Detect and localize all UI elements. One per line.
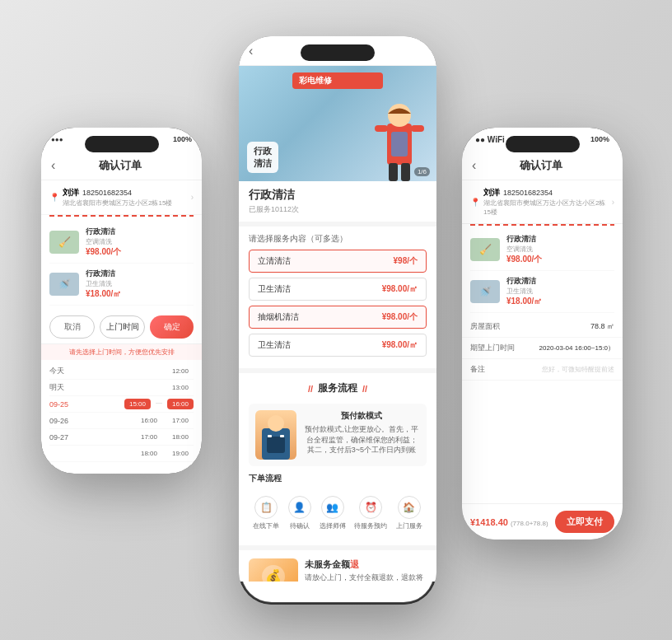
svg-rect-9 (267, 437, 285, 453)
service-name-2-left: 行政清洁 (86, 269, 194, 279)
user-name-left: 刘洋 (63, 187, 79, 199)
phone-center: ●●● 100% ‹ 行政清洁 行政清洁 彩电维修 (239, 36, 436, 605)
center-content: ‹ 行政清洁 行政清洁 彩电维修 (239, 36, 436, 582)
payment-text: 预付款模式,让您更放心。首先，平台全程监管，确保维保您的利益；其二，支付后3~5… (303, 424, 420, 455)
status-bar-right: ●● WiFi 100% (462, 128, 623, 151)
service-item-1-left: 🧹 行政清洁 空调清洗 ¥98.00/个 (49, 222, 194, 264)
refund-text: 请放心上门，支付全额退款，退款将在3~5个工作日内到账 (305, 572, 427, 582)
process-section: 服务流程 预付款模式 预付款模 (239, 373, 436, 545)
arrow-icon-left: › (191, 193, 194, 202)
service-sub-2-left: 卫生清洗 (86, 279, 194, 288)
service-thumb-1-left: 🧹 (49, 231, 79, 254)
svg-point-8 (268, 415, 284, 432)
service-price-1-left: ¥98.00/个 (86, 246, 194, 258)
field-time-label: 期望上门时间 (470, 343, 515, 353)
service-items-right: 🧹 行政清洁 空调清洗 ¥98.00/个 🚿 行政清洁 卫生清洗 (462, 226, 623, 316)
service-sub-1-left: 空调清洗 (86, 237, 194, 246)
nav-bar-right: ‹ 确认订单 (462, 151, 623, 180)
time-row-0927[interactable]: 09-27 17:00 18:00 (49, 429, 194, 446)
field-remark-value: 您好，可微知特醒提前述 (542, 365, 614, 374)
service-thumb-2-left: 🚿 (49, 273, 79, 296)
location-icon-left: 📍 (49, 193, 59, 202)
back-button-left[interactable]: ‹ (51, 158, 55, 173)
confirm-order-left: ‹ 确认订单 📍 刘洋 182501682354 湖北省襄阳市樊城区万达小区2栋… (41, 151, 202, 474)
options-label: 请选择服务内容（可多选） (249, 233, 427, 245)
svg-rect-6 (391, 132, 408, 156)
signal-right: ●● WiFi (475, 135, 505, 144)
service-name-1-left: 行政清洁 (86, 227, 194, 237)
address-section-left[interactable]: 📍 刘洋 182501682354 湖北省襄阳市樊城区万达小区2栋15楼 › (41, 180, 202, 215)
signal-left: ●●● (51, 136, 63, 143)
svg-rect-3 (411, 125, 424, 132)
option-item-4[interactable]: 卫生清洁 ¥98.00/㎡ (249, 334, 427, 357)
overlay-text: 行政清洁 (254, 145, 272, 170)
address-section-right[interactable]: 📍 刘洋 182501682354 湖北省襄阳市樊城区万达小区方达小区2栋15楼… (462, 180, 623, 224)
option-item-3[interactable]: 抽烟机清洁 ¥98.00/个 (249, 306, 427, 329)
bottom-bar-right: ¥1418.40 (778.0+78.8) 立即支付 (462, 503, 623, 540)
option-item-2[interactable]: 卫生清洁 ¥98.00/㎡ (249, 278, 427, 301)
field-area-value: 78.8 ㎡ (590, 321, 614, 332)
time-row-0925[interactable]: 09-25 15:00 — 16:00 (49, 396, 194, 413)
service-info-1-right: 行政清洁 空调清洗 ¥98.00/个 (506, 234, 614, 265)
service-items-left: 🧹 行政清洁 空调清洗 ¥98.00/个 🚿 行政清洁 卫生清洗 (41, 217, 202, 311)
time-left: WiFi (111, 136, 125, 143)
service-info-1-left: 行政清洁 空调清洗 ¥98.00/个 (86, 227, 194, 258)
service-item-1-right: 🧹 行政清洁 空调清洗 ¥98.00/个 (470, 229, 614, 271)
process-title: 服务流程 (249, 381, 427, 395)
refund-text-block: 未服务金额退 请放心上门，支付全额退款，退款将在3~5个工作日内到账 (305, 558, 427, 582)
guarantee-section: 💰 未服务金额退 请放心上门，支付全额退款，退款将在3~5个工作日内到账 🛡️ (239, 550, 436, 582)
time-row-0926[interactable]: 09-26 16:00 17:00 (49, 413, 194, 429)
service-price-2-left: ¥18.00/㎡ (86, 288, 194, 300)
service-price-2-right: ¥18.00/㎡ (506, 296, 614, 307)
service-sub-2-right: 卫生清洗 (506, 287, 614, 296)
time-hint-left: 请先选择上门时间，方便您优先安排 (41, 344, 202, 360)
step-label-1: 在线下单 (253, 521, 279, 530)
time-row-today[interactable]: 今天 12:00 (49, 363, 194, 380)
option-item-1[interactable]: 立清清洁 ¥98/个 (249, 250, 427, 273)
svg-text:💰: 💰 (265, 568, 282, 582)
svg-point-1 (388, 104, 411, 127)
center-scroll: ‹ 行政清洁 行政清洁 彩电维修 (239, 36, 436, 582)
service-orders: 已服务10112次 (249, 204, 427, 215)
step-label-2: 待确认 (290, 521, 310, 530)
phone-right: ●● WiFi 100% ‹ 确认订单 📍 刘洋 182501682354 湖北… (462, 128, 623, 540)
time-row-last[interactable]: 18:00 19:00 (49, 446, 194, 462)
service-name-2-right: 行政清洁 (506, 276, 614, 287)
options-section: 请选择服务内容（可多选） 立清清洁 ¥98/个 卫生清洁 ¥98.00/㎡ 抽烟… (239, 227, 436, 368)
service-item-2-left: 🚿 行政清洁 卫生清洗 ¥18.00/㎡ (49, 264, 194, 306)
field-remark: 备注 您好，可微知特醒提前述 (462, 359, 623, 381)
nav-title-right: 确认订单 (483, 158, 600, 173)
confirm-order-right: ‹ 确认订单 📍 刘洋 182501682354 湖北省襄阳市樊城区万达小区方达… (462, 151, 623, 540)
promo-badge: 彩电维修 (292, 72, 383, 89)
payment-info: 预付款模式 预付款模式,让您更放心。首先，平台全程监管，确保维保您的利益；其二，… (249, 404, 427, 466)
avatar-worker (255, 410, 296, 460)
step-icon-2: 👤 (288, 496, 311, 519)
user-phone-left: 182501682354 (82, 189, 132, 197)
step-label-5: 上门服务 (396, 521, 422, 530)
battery-left: 100% (173, 135, 192, 143)
pay-button-right[interactable]: 立即支付 (555, 511, 614, 533)
total-price-right: ¥1418.40 (778.0+78.8) (470, 517, 555, 527)
worker-small-svg (255, 410, 296, 460)
svg-rect-4 (389, 163, 398, 181)
action-bar-left: 取消 上门时间 确定 (41, 311, 202, 344)
service-price-1-right: ¥98.00/个 (506, 254, 614, 265)
cancel-button-left[interactable]: 取消 (49, 315, 95, 339)
svg-rect-10 (268, 435, 272, 437)
step-icon-1: 📋 (254, 496, 278, 519)
time-button-left[interactable]: 上门时间 (100, 315, 145, 339)
order-steps-label: 下单流程 (249, 473, 427, 484)
back-button-right[interactable]: ‹ (472, 158, 476, 173)
confirm-button-left[interactable]: 确定 (150, 315, 194, 339)
svg-rect-11 (280, 435, 284, 437)
arrow-icon-right: › (612, 198, 614, 207)
service-name-1-right: 行政清洁 (506, 234, 614, 245)
time-row-tomorrow[interactable]: 明天 13:00 (49, 380, 194, 396)
payment-mode-title: 预付款模式 (303, 410, 420, 422)
signal-center: ●●● (252, 44, 267, 53)
phone-left: ●●● WiFi 100% ‹ 确认订单 📍 刘洋 182501682354 湖… (41, 128, 202, 474)
service-header: 行政清洁 已服务10112次 (239, 181, 436, 222)
step-3: 👥 选择师傅 (320, 496, 346, 530)
svg-rect-2 (375, 125, 388, 132)
step-5: 🏠 上门服务 (396, 496, 422, 530)
